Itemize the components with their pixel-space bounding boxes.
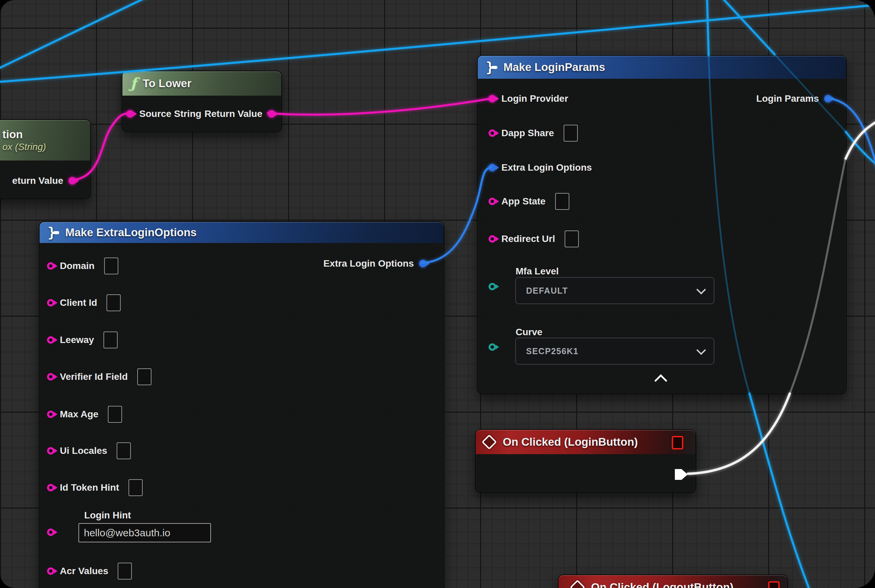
- string-input-pin[interactable]: [47, 299, 54, 306]
- redirect-url-checkbox[interactable]: [565, 231, 579, 248]
- pin-row-leeway: Leeway: [47, 332, 118, 348]
- node-to-lower-header[interactable]: ƒ To Lower: [122, 71, 281, 96]
- node-getter-title: tion: [2, 128, 23, 141]
- pin-label: Login Params: [756, 93, 819, 104]
- pin-row-id-token-hint: Id Token Hint: [47, 480, 143, 496]
- string-input-pin[interactable]: [47, 567, 54, 575]
- node-getter-header[interactable]: tion ox (String): [0, 120, 90, 160]
- curve-label: Curve: [516, 327, 542, 338]
- dropdown-value: DEFAULT: [526, 286, 568, 296]
- pin-label: Return Value: [204, 108, 262, 119]
- mfa-level-label: Mfa Level: [516, 266, 559, 277]
- string-input-pin[interactable]: [489, 129, 496, 137]
- collapse-chevron-up-icon[interactable]: [654, 374, 667, 387]
- chevron-down-icon: [696, 345, 706, 355]
- pin-label: App State: [501, 196, 546, 207]
- string-input-pin[interactable]: [47, 528, 54, 536]
- pin-row-login-params-out: Login Params: [756, 91, 832, 107]
- string-input-pin[interactable]: [47, 262, 54, 270]
- login-hint-label: Login Hint: [84, 510, 131, 521]
- string-input-pin[interactable]: [47, 411, 54, 418]
- node-title: Make LoginParams: [504, 61, 605, 74]
- event-icon: [481, 434, 497, 450]
- node-title: On Clicked (LogoutButton): [591, 581, 734, 588]
- string-input-pin[interactable]: [489, 235, 496, 243]
- string-output-pin[interactable]: [69, 177, 76, 184]
- dapp-share-checkbox[interactable]: [564, 125, 578, 142]
- struct-input-pin[interactable]: [489, 164, 496, 171]
- wire-blue-diagonal-c[interactable]: [720, 0, 775, 55]
- wire-blue-diagonal-a[interactable]: [0, 0, 152, 73]
- pin-label: Dapp Share: [501, 128, 554, 138]
- struct-output-pin[interactable]: [824, 95, 832, 102]
- pin-row-return-value: Return Value: [204, 106, 275, 122]
- pin-row-source-string: Source String: [126, 106, 201, 122]
- verifier-id-field-checkbox[interactable]: [137, 368, 152, 385]
- string-input-pin[interactable]: [47, 336, 54, 344]
- string-input-pin[interactable]: [47, 484, 54, 491]
- pin-label: Max Age: [60, 409, 98, 420]
- node-to-lower[interactable]: ƒ To Lower Source String Return Value: [122, 70, 282, 132]
- wire-string-tolower-to-loginprovider[interactable]: [267, 98, 492, 114]
- mfa-level-dropdown[interactable]: DEFAULT: [515, 277, 714, 304]
- ui-locales-checkbox[interactable]: [117, 442, 131, 459]
- wire-exec-white-upper[interactable]: [845, 113, 875, 159]
- enum-input-pin[interactable]: [489, 283, 496, 290]
- node-make-extra-login-options-header[interactable]: } Make ExtraLoginOptions: [39, 222, 444, 243]
- string-input-pin[interactable]: [47, 373, 54, 381]
- delegate-square-icon[interactable]: [672, 436, 683, 450]
- pin-label: Redirect Url: [501, 234, 555, 244]
- leeway-checkbox[interactable]: [104, 332, 118, 348]
- pin-row-extra-login-options-in: Extra Login Options: [489, 159, 592, 176]
- pin-label: Acr Values: [60, 566, 108, 576]
- enum-input-pin[interactable]: [489, 344, 496, 351]
- pin-row-domain: Domain: [47, 258, 118, 274]
- exec-output-pin[interactable]: [675, 469, 688, 480]
- string-input-pin[interactable]: [126, 110, 134, 118]
- node-on-clicked-logout-button[interactable]: On Clicked (LogoutButton): [558, 574, 788, 588]
- node-on-clicked-logout-header[interactable]: On Clicked (LogoutButton): [559, 575, 788, 588]
- pin-row-login-hint: [47, 524, 54, 540]
- string-input-pin[interactable]: [47, 447, 54, 454]
- pin-row-app-state: App State: [489, 193, 569, 210]
- pin-row-client-id: Client Id: [47, 295, 121, 311]
- node-to-lower-title: To Lower: [143, 77, 191, 90]
- id-token-hint-checkbox[interactable]: [128, 479, 143, 496]
- delegate-square-icon[interactable]: [768, 581, 780, 588]
- pin-label: Leeway: [60, 334, 94, 345]
- acr-values-checkbox[interactable]: [118, 562, 132, 579]
- pin-row-verifier-id-field: Verifier Id Field: [47, 369, 152, 385]
- chevron-down-icon: [696, 285, 706, 294]
- pin-row-redirect-url: Redirect Url: [489, 231, 579, 247]
- max-age-checkbox[interactable]: [108, 406, 122, 423]
- string-output-pin[interactable]: [268, 110, 275, 118]
- node-on-clicked-login-header[interactable]: On Clicked (LoginButton): [476, 430, 696, 454]
- event-icon: [570, 579, 585, 588]
- make-struct-icon: }: [48, 227, 59, 238]
- pin-row-max-age: Max Age: [47, 406, 122, 422]
- struct-output-pin[interactable]: [419, 260, 427, 267]
- wire-exec-white[interactable]: [687, 393, 790, 474]
- pin-label: Ui Locales: [60, 446, 107, 456]
- domain-checkbox[interactable]: [104, 258, 118, 274]
- app-state-checkbox[interactable]: [555, 193, 569, 210]
- string-input-pin[interactable]: [489, 198, 496, 205]
- node-make-login-params-header[interactable]: } Make LoginParams: [478, 56, 846, 79]
- client-id-checkbox[interactable]: [107, 294, 121, 311]
- node-on-clicked-login-button[interactable]: On Clicked (LoginButton): [475, 429, 696, 493]
- wire-blue-vertical-lower[interactable]: [749, 393, 812, 588]
- pin-row-return-value-getter: eturn Value: [12, 172, 76, 189]
- wire-blue-diagonal-c-lower[interactable]: [845, 131, 875, 166]
- node-make-extra-login-options[interactable]: } Make ExtraLoginOptions Extra Login Opt…: [39, 221, 444, 588]
- pin-row-mfa-level: [489, 279, 496, 295]
- pin-label: Domain: [60, 261, 95, 272]
- string-input-pin[interactable]: [489, 95, 496, 102]
- node-getter-partial[interactable]: tion ox (String) eturn Value: [0, 119, 91, 199]
- node-make-login-params[interactable]: } Make LoginParams Login Params Login Pr…: [477, 55, 846, 394]
- pin-label: Extra Login Options: [501, 162, 592, 173]
- wire-blue-vertical[interactable]: [707, 0, 709, 56]
- login-hint-input[interactable]: [78, 523, 211, 542]
- pin-label: Id Token Hint: [60, 482, 119, 493]
- blueprint-graph-canvas[interactable]: tion ox (String) eturn Value ƒ To Lower …: [0, 0, 875, 588]
- curve-dropdown[interactable]: SECP256K1: [515, 338, 714, 364]
